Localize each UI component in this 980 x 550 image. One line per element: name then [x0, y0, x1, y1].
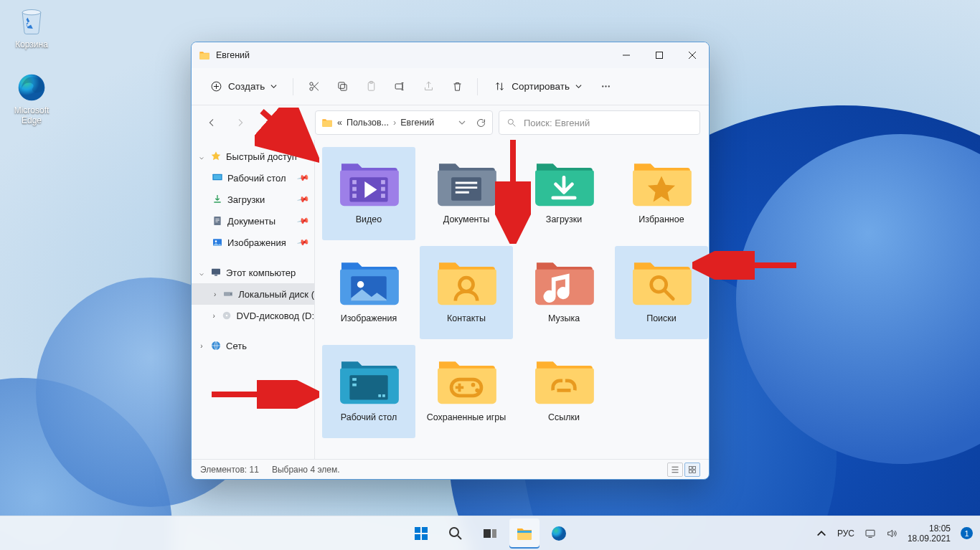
task-view[interactable] [475, 518, 505, 549]
annotation-arrow [255, 108, 319, 165]
svg-rect-20 [212, 269, 220, 275]
share-button[interactable] [415, 74, 441, 100]
titlebar[interactable]: Евгений [192, 42, 709, 68]
search-input[interactable]: Поиск: Евгений [499, 110, 700, 135]
sidebar-local-disk[interactable]: ›Локальный диск ( [192, 283, 314, 305]
folder-label: Поиски [646, 313, 677, 324]
view-icons-button[interactable] [684, 463, 700, 477]
tray-chevron-icon[interactable] [816, 528, 827, 539]
window-title: Евгений [216, 50, 250, 60]
sidebar-pictures[interactable]: Изображения📌 [192, 232, 314, 253]
minimize-button[interactable] [610, 42, 643, 68]
paste-button[interactable] [358, 74, 384, 100]
folder-item[interactable]: Рабочий стол [322, 345, 415, 438]
delete-button[interactable] [444, 74, 470, 100]
pc-icon [210, 267, 222, 278]
more-button[interactable] [593, 74, 619, 100]
dvd-icon [221, 310, 232, 321]
svg-rect-2 [656, 52, 663, 59]
svg-rect-32 [381, 187, 385, 191]
copy-button[interactable] [329, 74, 355, 100]
folder-item[interactable]: Контакты [420, 246, 513, 339]
address-bar[interactable]: « Пользов... › Евгений [315, 110, 493, 135]
desktop-folder-icon [337, 352, 400, 408]
folder-item[interactable]: Сохраненные игры [420, 345, 513, 438]
downloads-folder-icon [532, 154, 595, 210]
folder-icon [516, 525, 533, 542]
svg-point-59 [552, 526, 566, 541]
volume-tray-icon[interactable] [886, 528, 897, 539]
folder-item[interactable]: Музыка [517, 246, 611, 339]
sidebar-dvd[interactable]: ›DVD-дисковод (D: [192, 305, 314, 326]
sidebar-downloads[interactable]: Загрузки📌 [192, 189, 314, 210]
svg-point-14 [508, 119, 513, 124]
folder-item[interactable]: Ссылки [517, 345, 611, 438]
network-tray-icon[interactable] [864, 528, 876, 539]
document-icon [212, 215, 223, 227]
chevron-down-icon[interactable] [458, 119, 466, 126]
svg-rect-30 [352, 194, 357, 198]
folder-icon [321, 117, 333, 128]
microsoft-edge[interactable]: Microsoft Edge [4, 72, 59, 125]
svg-rect-33 [381, 194, 385, 198]
item-count: Элементов: 11 [200, 465, 259, 475]
pin-icon: 📌 [297, 214, 311, 228]
folder-label: Контакты [447, 313, 486, 324]
desktop-icon [212, 172, 223, 184]
maximize-button[interactable] [643, 42, 676, 68]
folder-item[interactable]: Изображения [322, 246, 415, 339]
video-folder-icon [337, 154, 400, 210]
svg-rect-47 [689, 466, 692, 469]
cut-button[interactable] [301, 74, 326, 100]
back-button[interactable] [200, 111, 223, 134]
close-button[interactable] [676, 42, 709, 68]
sidebar-this-pc[interactable]: ⌵Этот компьютер [192, 262, 314, 283]
forward-button[interactable] [229, 111, 252, 134]
taskbar-search[interactable] [440, 518, 471, 549]
svg-rect-43 [382, 394, 385, 397]
breadcrumb-current[interactable]: Евгений [400, 118, 434, 128]
selected-count: Выбрано 4 элем. [272, 465, 340, 475]
view-details-button[interactable] [667, 463, 683, 477]
toolbar: Создать Сортировать [192, 68, 709, 105]
sidebar-desktop[interactable]: Рабочий стол📌 [192, 167, 314, 189]
taskbar-explorer[interactable] [509, 518, 540, 549]
search-placeholder: Поиск: Евгений [524, 118, 590, 128]
system-tray: РУС 18:0518.09.2021 1 [816, 523, 973, 544]
sidebar-documents[interactable]: Документы📌 [192, 210, 314, 232]
folder-item[interactable]: Видео [322, 147, 415, 240]
chevron-down-icon [270, 83, 277, 90]
breadcrumb-root[interactable]: Пользов... [347, 118, 389, 128]
svg-rect-6 [340, 85, 347, 91]
scissors-icon [308, 80, 320, 93]
clock[interactable]: 18:0518.09.2021 [908, 523, 951, 544]
create-button[interactable]: Создать [202, 74, 286, 100]
recycle-bin[interactable]: Корзина [4, 6, 59, 49]
copy-icon [336, 80, 349, 93]
disk-icon [222, 288, 234, 300]
folder-item[interactable]: Загрузки [517, 147, 611, 240]
rename-button[interactable] [387, 74, 413, 100]
edge-label: Microsoft Edge [4, 105, 59, 125]
notification-badge[interactable]: 1 [961, 527, 973, 539]
plus-circle-icon [210, 80, 222, 93]
folder-item[interactable]: Избранное [615, 147, 708, 240]
svg-rect-51 [415, 527, 420, 533]
folder-label: Избранное [639, 214, 684, 225]
refresh-icon[interactable] [476, 118, 486, 128]
network-icon [210, 340, 222, 351]
search-icon [447, 525, 464, 542]
language-indicator[interactable]: РУС [837, 528, 854, 539]
folder-label: Рабочий стол [341, 412, 397, 423]
taskbar-edge[interactable] [544, 518, 574, 549]
pin-icon: 📌 [297, 171, 311, 185]
download-icon [212, 194, 223, 205]
sidebar-network[interactable]: ›Сеть [192, 335, 314, 356]
start-button[interactable] [406, 518, 436, 549]
search-icon [507, 118, 517, 128]
sort-button[interactable]: Сортировать [485, 74, 590, 100]
edge-icon [16, 72, 47, 103]
svg-point-5 [310, 82, 313, 85]
contacts-folder-icon [435, 253, 498, 309]
rename-icon [394, 80, 406, 93]
